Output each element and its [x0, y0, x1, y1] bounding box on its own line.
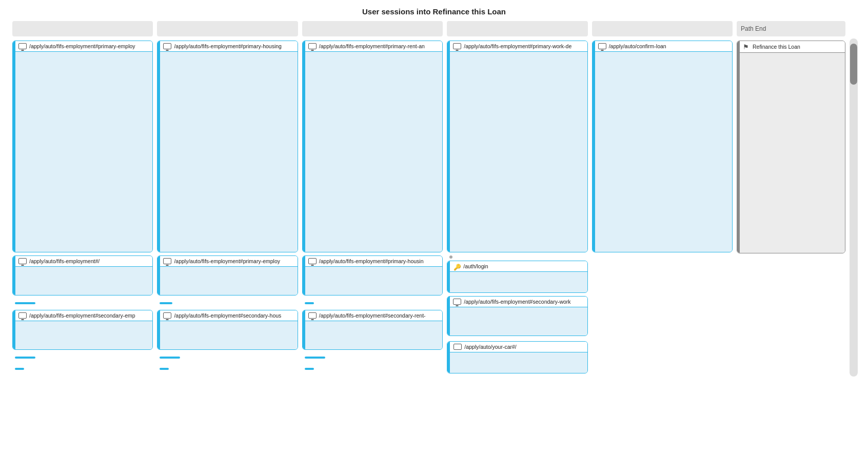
spacer-line: [15, 357, 35, 359]
node-card[interactable]: /apply/auto/fifs-employment#primary-hous…: [157, 41, 298, 252]
flag-icon: ⚑: [743, 43, 750, 50]
node-card[interactable]: /apply/auto/fifs-employment#secondary-ho…: [157, 310, 298, 350]
screen-icon: [308, 43, 317, 49]
screen-icon: [453, 299, 461, 305]
column-5: /apply/auto/confirm-loan: [590, 21, 735, 377]
col1-header: [12, 21, 153, 36]
spacer-row: [157, 353, 298, 362]
login-card-header: 🔑 /auth/login: [447, 261, 587, 272]
path-end-column: Path End ⚑ Refinance this Loan: [735, 21, 847, 377]
node-card[interactable]: /apply/auto/fifs-employment#secondary-em…: [12, 310, 153, 350]
screen-icon: [308, 258, 317, 264]
screen-icon: [163, 312, 171, 319]
col3-header: [302, 21, 443, 36]
node-card-body: [160, 52, 297, 252]
node-card-body: [160, 267, 297, 295]
your-car-card[interactable]: /apply/auto/your-car#/: [447, 341, 587, 373]
node-card-header: /apply/auto/fifs-employment#primary-rent…: [305, 41, 442, 52]
node-card-header: /apply/auto/fifs-employment#primary-empl…: [15, 41, 152, 52]
spacer-row: [12, 353, 153, 362]
key-icon: 🔑: [453, 264, 461, 269]
node-card-body: [305, 52, 442, 252]
path-end-body: [740, 53, 845, 253]
login-card-body: [447, 272, 587, 292]
column-1: /apply/auto/fifs-employment#primary-empl…: [10, 21, 155, 377]
node-card-body: [450, 52, 587, 252]
node-card-header: /apply/auto/fifs-employment#primary-hous…: [305, 256, 442, 267]
screen-icon: [18, 312, 27, 319]
node-card[interactable]: /apply/auto/fifs-employment#secondary-re…: [302, 310, 443, 350]
node-card-body: [305, 321, 442, 349]
node-card-header: /apply/auto/fifs-employment#secondary-re…: [305, 310, 442, 321]
your-car-card-header: /apply/auto/your-car#/: [447, 342, 587, 352]
spacer-row: [157, 364, 298, 373]
node-card-header: /apply/auto/fifs-employment#primary-empl…: [160, 256, 297, 267]
screen-icon: [18, 258, 27, 264]
node-card[interactable]: /apply/auto/fifs-employment#primary-rent…: [302, 41, 443, 252]
spacer-row: [12, 299, 153, 308]
node-card-header: /apply/auto/fifs-employment#secondary-wo…: [450, 297, 587, 307]
node-card-body: [15, 52, 152, 252]
screen-icon: [453, 344, 462, 350]
screen-icon: [18, 43, 27, 49]
spacer-line: [15, 302, 35, 304]
node-card[interactable]: /apply/auto/fifs-employment#primary-work…: [447, 41, 587, 252]
screen-icon: [308, 312, 317, 319]
node-card-body: [15, 321, 152, 349]
node-card-header: /apply/auto/fifs-employment#primary-hous…: [160, 41, 297, 52]
spacer-line: [305, 302, 314, 304]
spacer-row: [302, 299, 443, 308]
spacer-line: [305, 368, 314, 370]
spacer-line: [15, 368, 24, 370]
col5-header: [592, 21, 733, 36]
screen-icon: [163, 43, 171, 49]
node-card[interactable]: /apply/auto/fifs-employment#/: [12, 255, 153, 295]
spacer-line: [160, 302, 172, 304]
node-card-header: /apply/auto/fifs-employment#secondary-ho…: [160, 310, 297, 321]
page-title: User sessions into Refinance this Loan: [0, 0, 868, 21]
column-3: /apply/auto/fifs-employment#primary-rent…: [300, 21, 445, 377]
node-card-header: /apply/auto/fifs-employment#/: [15, 256, 152, 267]
node-card-header: /apply/auto/fifs-employment#secondary-em…: [15, 310, 152, 321]
screen-icon: [163, 258, 171, 264]
spacer-line: [160, 357, 180, 359]
path-end-header: Path End: [737, 21, 845, 36]
column-2: /apply/auto/fifs-employment#primary-hous…: [155, 21, 300, 377]
node-card-header: /apply/auto/confirm-loan: [595, 41, 732, 52]
screen-icon: [453, 43, 461, 49]
node-card[interactable]: /apply/auto/fifs-employment#secondary-wo…: [447, 296, 587, 336]
scrollbar[interactable]: [850, 38, 858, 377]
node-card[interactable]: /apply/auto/fifs-employment#primary-hous…: [302, 255, 443, 295]
node-card[interactable]: /apply/auto/confirm-loan: [592, 41, 733, 252]
path-end-node[interactable]: ⚑ Refinance this Loan: [737, 41, 845, 253]
node-card-body: [450, 307, 587, 336]
column-4: /apply/auto/fifs-employment#primary-work…: [445, 21, 589, 377]
spacer-row: [157, 299, 298, 308]
node-card-body: [595, 52, 732, 252]
node-card[interactable]: /apply/auto/fifs-employment#primary-empl…: [157, 255, 298, 295]
node-card[interactable]: /apply/auto/fifs-employment#primary-empl…: [12, 41, 153, 252]
spacer-line: [160, 368, 169, 370]
spacer-row: [302, 364, 443, 373]
node-card-body: [15, 267, 152, 295]
spacer-row: [302, 353, 443, 362]
col4-header: [447, 21, 587, 36]
spacer-row: [12, 364, 153, 373]
col2-header: [157, 21, 298, 36]
screen-icon: [598, 43, 606, 49]
node-card-body: [160, 321, 297, 349]
node-card-body: [305, 267, 442, 295]
path-end-node-header: ⚑ Refinance this Loan: [740, 41, 845, 53]
columns-wrapper: /apply/auto/fifs-employment#primary-empl…: [0, 21, 868, 377]
scrollbar-thumb[interactable]: [850, 44, 857, 85]
login-card[interactable]: 🔑 /auth/login: [447, 261, 587, 293]
node-card-header: /apply/auto/fifs-employment#primary-work…: [450, 41, 587, 52]
your-car-body: [447, 352, 587, 373]
spacer-line: [305, 357, 325, 359]
